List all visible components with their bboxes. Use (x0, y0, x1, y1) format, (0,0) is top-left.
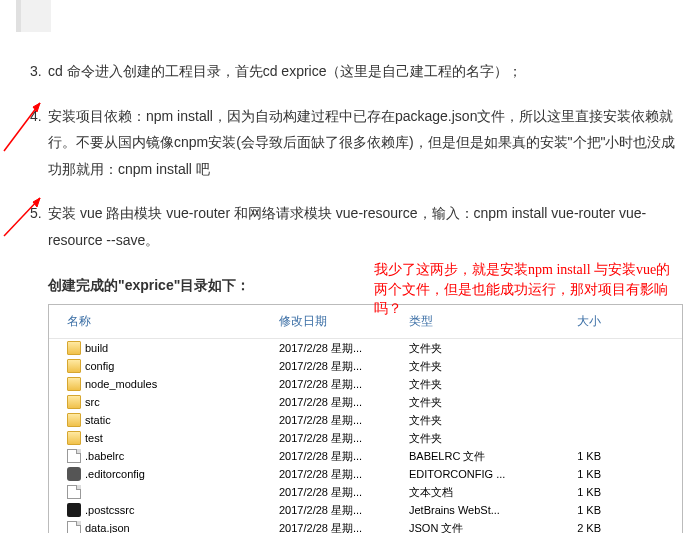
folder-icon (67, 359, 81, 373)
folder-icon (67, 341, 81, 355)
file-name: data.json (85, 518, 279, 533)
column-name[interactable]: 名称 (49, 310, 279, 333)
step-3: 3. cd 命令进入创建的工程目录，首先cd exprice（这里是自己建工程的… (8, 58, 680, 85)
file-type: JSON 文件 (409, 518, 539, 533)
blockquote-bar (16, 0, 51, 32)
arrow-icon (0, 95, 46, 155)
file-row[interactable]: node_modules2017/2/28 星期...文件夹 (49, 375, 682, 393)
file-row[interactable]: src2017/2/28 星期...文件夹 (49, 393, 682, 411)
folder-icon (67, 377, 81, 391)
file-row[interactable]: 2017/2/28 星期...文本文档1 KB (49, 483, 682, 501)
file-row[interactable]: .editorconfig2017/2/28 星期...EDITORCONFIG… (49, 465, 682, 483)
folder-icon (67, 395, 81, 409)
step-4: 4. 安装项目依赖：npm install，因为自动构建过程中已存在packag… (8, 103, 680, 183)
explorer-body: build2017/2/28 星期...文件夹config2017/2/28 星… (49, 339, 682, 533)
file-date: 2017/2/28 星期... (279, 518, 409, 533)
ws-icon (67, 503, 81, 517)
step-text: 安装 vue 路由模块 vue-router 和网络请求模块 vue-resou… (48, 205, 646, 248)
arrow-icon (0, 190, 46, 240)
gear-icon (67, 467, 81, 481)
file-row[interactable]: static2017/2/28 星期...文件夹 (49, 411, 682, 429)
svg-line-0 (4, 103, 40, 151)
file-row[interactable]: test2017/2/28 星期...文件夹 (49, 429, 682, 447)
file-name: .editorconfig (85, 464, 279, 485)
step-5: 5. 安装 vue 路由模块 vue-router 和网络请求模块 vue-re… (8, 200, 680, 253)
step-text: 安装项目依赖：npm install，因为自动构建过程中已存在package.j… (48, 108, 676, 177)
file-row[interactable]: build2017/2/28 星期...文件夹 (49, 339, 682, 357)
file-icon (67, 449, 81, 463)
red-annotation: 我少了这两步，就是安装npm install 与安装vue的两个文件，但是也能成… (374, 260, 674, 319)
file-icon (67, 521, 81, 533)
file-row[interactable]: data.json2017/2/28 星期...JSON 文件2 KB (49, 519, 682, 533)
svg-marker-3 (33, 198, 40, 207)
file-explorer: 名称 修改日期 类型 大小 build2017/2/28 星期...文件夹con… (48, 304, 683, 533)
step-text: cd 命令进入创建的工程目录，首先cd exprice（这里是自己建工程的名字）… (48, 63, 522, 79)
folder-icon (67, 431, 81, 445)
file-row[interactable]: config2017/2/28 星期...文件夹 (49, 357, 682, 375)
file-row[interactable]: .postcssrc2017/2/28 星期...JetBrains WebSt… (49, 501, 682, 519)
file-icon (67, 485, 81, 499)
file-size: 2 KB (539, 518, 609, 533)
step-number: 3. (30, 58, 42, 85)
file-row[interactable]: .babelrc2017/2/28 星期...BABELRC 文件1 KB (49, 447, 682, 465)
folder-icon (67, 413, 81, 427)
